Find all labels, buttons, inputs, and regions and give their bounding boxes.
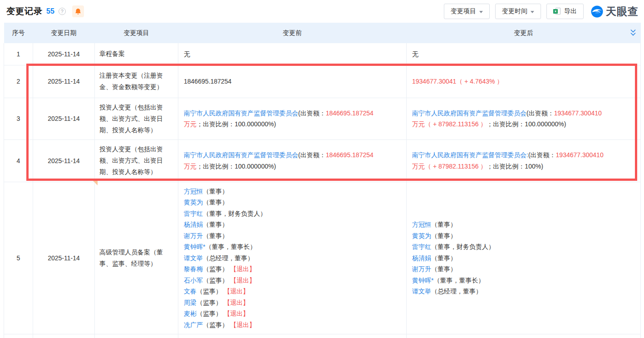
entity-link[interactable]: 杨清娟 <box>184 221 203 228</box>
entity-link[interactable]: 黄英为 <box>412 232 431 239</box>
entity-link[interactable]: 文春 <box>184 288 197 295</box>
red-text: 1934677.300410 <box>554 109 602 117</box>
red-text: 1846695.187254 <box>326 151 374 159</box>
plain-text: （董事，财务负责人） <box>203 210 266 217</box>
plain-text: （董事，董事长） <box>433 277 484 284</box>
red-text: 【退出】 <box>222 310 249 317</box>
plain-text: (出资额： <box>298 151 326 159</box>
collapse-double-chevron-icon[interactable] <box>630 29 636 37</box>
cell-date: 2025-11-14 <box>33 65 95 98</box>
entity-link[interactable]: 谢万升 <box>184 232 203 239</box>
entity-link[interactable]: 南宁市人民政府国有资产监督管理委员会 <box>184 109 298 117</box>
entity-link[interactable]: 黄钟晖* <box>184 243 205 250</box>
cell-item: 章程备案 <box>95 43 178 65</box>
entity-link[interactable]: 黎春梅 <box>184 265 203 273</box>
plain-text: ；出资比例：100.000000%) <box>487 120 566 128</box>
text-line: 万元（ + 87982.113156 ）；出资比例：100.000000%) <box>412 119 635 130</box>
plain-text: （董事） <box>203 188 228 195</box>
plain-text: ；出资比例：100.000000%) <box>197 163 276 170</box>
plain-text: （董事） <box>431 254 457 262</box>
filter-change-time-dropdown[interactable]: 变更时间 <box>495 4 541 19</box>
text-line: 黄英为（董事） <box>412 230 635 242</box>
entity-link[interactable]: 杨清娟 <box>412 254 431 262</box>
tianyancha-logo[interactable]: 天眼查 <box>591 5 639 19</box>
text-line: 雷宇红（董事，财务负责人） <box>184 208 401 219</box>
cell-after: 1934677.30041（ + 4.7643% ） <box>407 65 641 98</box>
red-text: 【退出】 <box>228 321 256 328</box>
cell-date: 2025-11-14 <box>33 182 95 334</box>
text-line: 南宁市人民政府国有资产监督管理委员会(出资额：1846695.187254 <box>184 149 401 161</box>
plain-text: ；出资比例：100%) <box>487 163 543 170</box>
export-label: 导出 <box>564 7 577 15</box>
red-text: 万元（ + 87982.113156 ） <box>412 120 487 128</box>
plain-text: 无 <box>184 50 190 58</box>
entity-link[interactable]: 南宁市人民政府国有资产监督管理委员会 <box>412 109 526 117</box>
cell-empty <box>33 334 95 338</box>
table-row: 52025-11-14高级管理人员备案（董事、监事、经理等）方冠恒（董事）黄英为… <box>4 182 641 334</box>
text-line: 谢万升（董事） <box>184 230 401 242</box>
filter-change-item-label: 变更项目 <box>451 7 476 15</box>
help-icon[interactable]: ? <box>59 8 66 15</box>
export-button[interactable]: x 导出 <box>546 4 584 19</box>
red-text: 万元 <box>184 120 197 128</box>
col-header-seq: 序号 <box>4 23 33 43</box>
cell-after: 南宁市人民政府国有资产监督管理委员会(出资额：1934677.300410万元（… <box>407 98 641 139</box>
red-text: 万元（ + 87982.113156 ） <box>412 163 487 170</box>
text-line: 麦彬（监事） 【退出】 <box>184 308 401 319</box>
filter-change-item-dropdown[interactable]: 变更项目 <box>444 4 490 19</box>
entity-link[interactable]: 方冠恒 <box>412 221 431 228</box>
cell-empty <box>4 334 33 338</box>
cell-empty <box>178 334 407 338</box>
filter-change-time-label: 变更时间 <box>502 7 527 15</box>
entity-link[interactable]: 谭文举 <box>412 288 431 295</box>
bell-icon <box>75 8 81 15</box>
plain-text: （董事，财务负责人） <box>431 243 495 250</box>
text-line: 万元；出资比例：100.000000%) <box>184 119 401 130</box>
entity-link[interactable]: 周梁 <box>184 299 197 306</box>
plain-text: （董事） <box>203 232 228 239</box>
entity-link[interactable]: 黄钟晖* <box>412 277 433 284</box>
cell-after: 南宁市人民政府国有资产监督管理委员会:(出资额：1934677.300410万元… <box>407 139 641 182</box>
red-text: 1846695.187254 <box>326 109 374 117</box>
entity-link[interactable]: 黄英为 <box>184 199 203 206</box>
plain-text: 无 <box>412 50 418 58</box>
plain-text: （监事） <box>203 265 228 273</box>
cell-date: 2025-11-14 <box>33 139 95 182</box>
chevron-down-icon <box>479 11 483 13</box>
subscribe-bell-button[interactable] <box>72 5 84 17</box>
cell-empty <box>407 334 641 338</box>
plain-text: （监事） <box>197 288 222 295</box>
text-line: 杨清娟（董事） <box>412 253 635 264</box>
text-line: 无 <box>184 49 401 60</box>
text-line: 方冠恒（董事） <box>184 186 401 197</box>
entity-link[interactable]: 雷宇红 <box>412 243 431 250</box>
entity-link[interactable]: 南宁市人民政府国有资产监督管理委员会: <box>412 151 528 159</box>
table-row: 12025-11-14章程备案无无 <box>4 43 641 65</box>
change-record-table-wrap: 序号 变更日期 变更项目 变更前 变更后 12025-11-14章程备案无无22… <box>4 23 640 338</box>
entity-link[interactable]: 谢万升 <box>412 265 431 273</box>
text-line: 1846695.187254 <box>184 76 401 87</box>
cell-empty <box>95 334 178 338</box>
entity-link[interactable]: 谭文举 <box>184 254 203 262</box>
cell-date: 2025-11-14 <box>33 98 95 139</box>
entity-link[interactable]: 南宁市人民政府国有资产监督管理委员会 <box>184 151 298 159</box>
cell-seq: 5 <box>4 182 33 334</box>
cell-item: 投资人变更（包括出资额、出资方式、出资日期、投资人名称等） <box>95 139 178 182</box>
text-line: 周梁（监事） 【退出】 <box>184 297 401 308</box>
entity-link[interactable]: 方冠恒 <box>184 188 203 195</box>
entity-link[interactable]: 冼广严 <box>184 321 203 328</box>
cell-after: 无 <box>407 43 641 65</box>
col-header-item: 变更项目 <box>95 23 178 43</box>
page-title: 变更记录 <box>6 5 43 17</box>
cell-before: 方冠恒（董事）黄英为（董事）雷宇红（董事，财务负责人）杨清娟（董事）谢万升（董事… <box>178 182 407 334</box>
table-row: 32025-11-14投资人变更（包括出资额、出资方式、出资日期、投资人名称等）… <box>4 98 641 139</box>
text-line: 黄英为（董事） <box>184 197 401 208</box>
col-header-before: 变更前 <box>178 23 407 43</box>
entity-link[interactable]: 石小军 <box>184 277 203 284</box>
plain-text: （监事） <box>197 310 222 317</box>
entity-link[interactable]: 麦彬 <box>184 310 197 317</box>
cell-item: 高级管理人员备案（董事、监事、经理等） <box>95 182 178 334</box>
text-line: 黎春梅（监事） 【退出】 <box>184 263 401 275</box>
cell-before: 南宁市人民政府国有资产监督管理委员会(出资额：1846695.187254万元；… <box>178 139 407 182</box>
entity-link[interactable]: 雷宇红 <box>184 210 203 217</box>
